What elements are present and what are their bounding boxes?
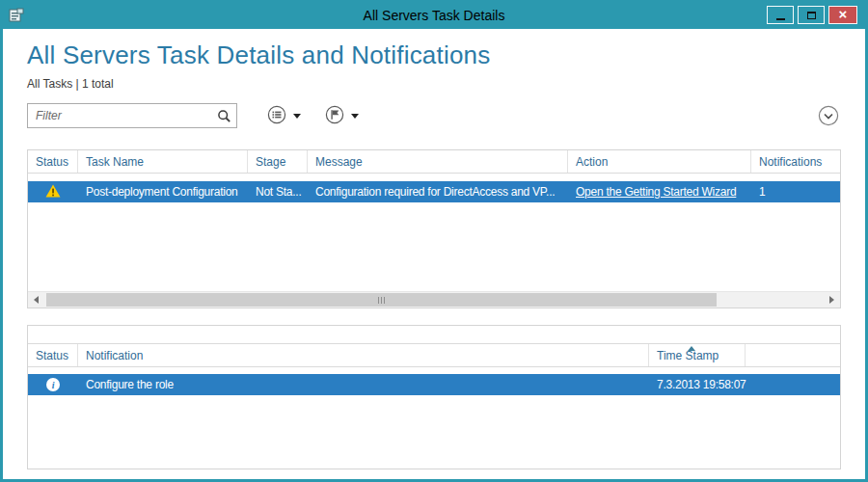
notification-text: Configure the role <box>78 378 649 391</box>
column-header-time-stamp[interactable]: Time Stamp <box>649 344 746 366</box>
notifications-table-header: Status Notification Time Stamp <box>28 343 840 367</box>
task-row[interactable]: Post-deployment Configuration Not Sta...… <box>28 181 840 202</box>
column-header-task-name[interactable]: Task Name <box>78 150 248 173</box>
window-title: All Servers Task Details <box>3 3 865 29</box>
window: All Servers Task Details × All Servers T… <box>0 0 868 482</box>
tasks-table: Status Task Name Stage Message Action No… <box>27 149 841 308</box>
dialog-body: All Servers Task Details and Notificatio… <box>3 29 865 479</box>
action-link[interactable]: Open the Getting Started Wizard <box>576 185 736 199</box>
column-header-notifications[interactable]: Notifications <box>751 150 840 173</box>
sort-ascending-icon <box>688 346 695 351</box>
filter-box <box>27 103 237 128</box>
maximize-button[interactable] <box>798 6 825 24</box>
tasks-table-header: Status Task Name Stage Message Action No… <box>28 150 840 174</box>
chevron-down-icon <box>293 114 301 119</box>
window-icon <box>9 8 24 23</box>
search-icon[interactable] <box>211 104 236 127</box>
horizontal-scrollbar[interactable] <box>28 291 840 308</box>
task-message: Configuration required for DirectAccess … <box>308 185 568 199</box>
page-title: All Servers Task Details and Notificatio… <box>27 40 490 70</box>
toolbar <box>27 102 841 131</box>
column-header-message[interactable]: Message <box>308 150 568 173</box>
collapse-section-button[interactable] <box>818 105 839 126</box>
notification-status-cell: i <box>28 378 78 391</box>
chevron-down-icon <box>351 114 359 119</box>
tasks-menu-button[interactable] <box>258 103 310 128</box>
scroll-left-icon[interactable] <box>28 292 44 308</box>
task-name: Post-deployment Configuration <box>78 185 248 199</box>
info-icon: i <box>46 378 60 391</box>
notifications-table: Status Notification Time Stamp i Configu… <box>27 325 841 469</box>
notification-time-stamp: 7.3.2013 19:58:07 <box>649 378 840 391</box>
column-header-action[interactable]: Action <box>568 150 751 173</box>
task-list-icon <box>267 105 286 127</box>
notifications-panel-spacer <box>28 326 840 343</box>
notifications-menu-button[interactable] <box>316 103 367 128</box>
column-header-status[interactable]: Status <box>28 344 78 366</box>
column-header-filler <box>746 344 840 366</box>
task-notification-count: 1 <box>751 185 840 199</box>
scrollbar-track[interactable] <box>44 292 824 308</box>
titlebar[interactable]: All Servers Task Details × <box>3 3 865 29</box>
column-header-stage[interactable]: Stage <box>248 150 308 173</box>
minimize-button[interactable] <box>767 6 794 24</box>
filter-input[interactable] <box>28 109 211 122</box>
close-button[interactable]: × <box>828 6 857 24</box>
scrollbar-thumb[interactable] <box>46 293 717 307</box>
minimize-icon <box>776 18 785 20</box>
maximize-icon <box>807 12 816 19</box>
tasks-summary: All Tasks | 1 total <box>27 77 114 91</box>
column-header-status[interactable]: Status <box>28 150 78 173</box>
task-status-cell <box>28 184 78 201</box>
warning-icon <box>45 184 61 201</box>
notification-row[interactable]: i Configure the role 7.3.2013 19:58:07 <box>28 374 840 395</box>
scrollbar-grip-icon <box>378 297 385 304</box>
column-header-notification[interactable]: Notification <box>78 344 649 366</box>
window-controls: × <box>767 6 857 24</box>
close-icon: × <box>839 7 848 21</box>
flag-icon <box>325 105 344 127</box>
task-stage: Not Sta... <box>248 185 308 199</box>
scroll-right-icon[interactable] <box>824 292 840 308</box>
